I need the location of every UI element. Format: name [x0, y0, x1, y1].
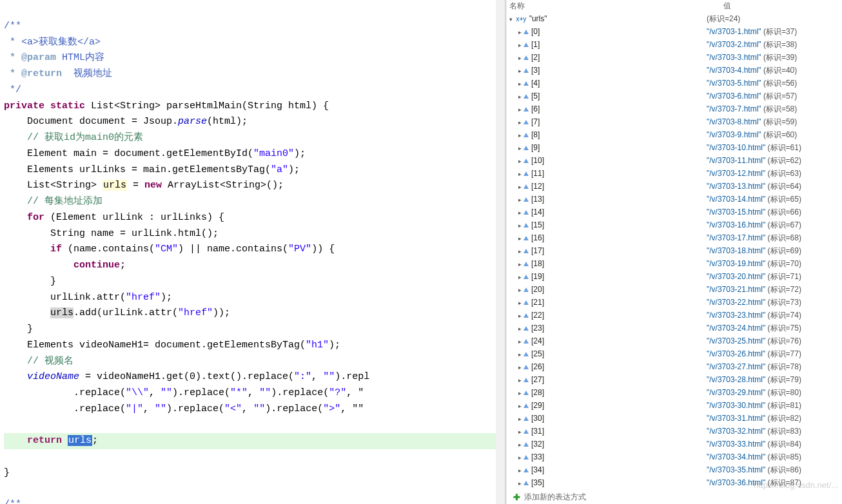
caret-right-icon[interactable] [516, 300, 524, 306]
caret-right-icon[interactable] [516, 42, 524, 48]
caret-right-icon[interactable] [516, 209, 524, 216]
watch-item[interactable]: [22]"/v/3703-23.html" (标识=74) [507, 309, 842, 322]
watch-item[interactable]: [18]"/v/3703-19.html" (标识=70) [507, 257, 842, 270]
caret-right-icon[interactable] [516, 29, 524, 35]
item-index: [4] [531, 79, 540, 88]
item-value: "/v/3703-7.html" (标识=58) [707, 104, 842, 115]
item-value: "/v/3703-21.html" (标识=72) [707, 284, 842, 295]
item-index: [30] [531, 414, 544, 423]
caret-right-icon[interactable] [516, 287, 524, 293]
code-editor[interactable]: /** * <a>获取集数</a> * @param HTML内容 * @ret… [0, 0, 505, 504]
caret-right-icon[interactable] [516, 145, 524, 151]
watch-item[interactable]: [14]"/v/3703-15.html" (标识=66) [507, 206, 842, 218]
caret-right-icon[interactable] [516, 248, 524, 255]
watch-item[interactable]: [4]"/v/3703-5.html" (标识=56) [507, 77, 842, 90]
item-index: [14] [531, 208, 544, 217]
caret-right-icon[interactable] [516, 132, 524, 139]
item-index: [9] [531, 143, 540, 152]
caret-right-icon[interactable] [516, 158, 524, 164]
watch-item[interactable]: [5]"/v/3703-6.html" (标识=57) [507, 90, 842, 102]
current-exec-line: return urls; [4, 433, 505, 449]
javadoc-param-text: HTML内容 [56, 52, 104, 63]
caret-right-icon[interactable] [516, 93, 524, 100]
caret-right-icon[interactable] [516, 184, 524, 190]
caret-right-icon[interactable] [516, 416, 524, 422]
method-sig: List<String> parseHtmlMain(String html) … [85, 101, 329, 111]
caret-right-icon[interactable] [516, 81, 524, 87]
caret-right-icon[interactable] [516, 441, 524, 448]
watch-item[interactable]: [16]"/v/3703-17.html" (标识=68) [507, 231, 842, 244]
watch-item[interactable]: [17]"/v/3703-18.html" (标识=69) [507, 244, 842, 257]
caret-right-icon[interactable] [516, 403, 524, 409]
item-value: "/v/3703-1.html" (标识=37) [707, 26, 842, 37]
watch-item[interactable]: [25]"/v/3703-26.html" (标识=77) [507, 347, 842, 360]
watch-item[interactable]: [27]"/v/3703-28.html" (标识=79) [507, 373, 842, 386]
selected-var-urls[interactable]: urls [68, 435, 92, 446]
watch-item[interactable]: [33]"/v/3703-34.html" (标识=85) [507, 451, 842, 463]
watch-item[interactable]: [20]"/v/3703-21.html" (标识=72) [507, 283, 842, 296]
caret-right-icon[interactable] [516, 467, 524, 474]
caret-right-icon[interactable] [516, 364, 524, 371]
caret-right-icon[interactable] [516, 222, 524, 229]
add-watch-expression[interactable]: ✚ 添加新的表达方式 [507, 490, 842, 504]
watch-item[interactable]: [7]"/v/3703-8.html" (标识=59) [507, 115, 842, 128]
watch-item[interactable]: [15]"/v/3703-16.html" (标识=67) [507, 218, 842, 231]
watch-item[interactable]: [34]"/v/3703-35.html" (标识=86) [507, 463, 842, 476]
watch-item[interactable]: [3]"/v/3703-4.html" (标识=40) [507, 64, 842, 77]
watch-item[interactable]: [32]"/v/3703-33.html" (标识=84) [507, 438, 842, 451]
value-icon [524, 236, 529, 240]
caret-right-icon[interactable] [516, 454, 524, 461]
watch-item[interactable]: [10]"/v/3703-11.html" (标识=62) [507, 154, 842, 167]
item-value: "/v/3703-35.html" (标识=86) [707, 465, 842, 476]
item-value: "/v/3703-15.html" (标识=66) [707, 207, 842, 218]
watch-root-urls[interactable]: x+y "urls" (标识=24) [507, 12, 842, 25]
caret-down-icon[interactable] [507, 16, 514, 23]
caret-right-icon[interactable] [516, 261, 524, 267]
watch-item[interactable]: [19]"/v/3703-20.html" (标识=71) [507, 270, 842, 283]
item-index: [32] [531, 440, 544, 449]
caret-right-icon[interactable] [516, 325, 524, 332]
watch-item[interactable]: [23]"/v/3703-24.html" (标识=75) [507, 322, 842, 334]
item-value: "/v/3703-9.html" (标识=60) [707, 130, 842, 141]
caret-right-icon[interactable] [516, 106, 524, 113]
watch-item[interactable]: [13]"/v/3703-14.html" (标识=65) [507, 193, 842, 206]
caret-right-icon[interactable] [516, 377, 524, 383]
watch-item[interactable]: [1]"/v/3703-2.html" (标识=38) [507, 38, 842, 51]
watch-item[interactable]: [24]"/v/3703-25.html" (标识=76) [507, 334, 842, 347]
watch-item[interactable]: [35]"/v/3703-36.html" (标识=87) [507, 476, 842, 489]
caret-right-icon[interactable] [516, 390, 524, 396]
watch-item[interactable]: [9]"/v/3703-10.html" (标识=61) [507, 141, 842, 154]
watch-item[interactable]: [2]"/v/3703-3.html" (标识=39) [507, 51, 842, 64]
item-value: "/v/3703-36.html" (标识=87) [707, 478, 842, 489]
caret-right-icon[interactable] [516, 119, 524, 126]
watch-item[interactable]: [31]"/v/3703-32.html" (标识=83) [507, 425, 842, 438]
caret-right-icon[interactable] [516, 274, 524, 280]
watch-item[interactable]: [6]"/v/3703-7.html" (标识=58) [507, 102, 842, 115]
caret-right-icon[interactable] [516, 351, 524, 358]
caret-right-icon[interactable] [516, 313, 524, 319]
watch-item[interactable]: [21]"/v/3703-22.html" (标识=73) [507, 296, 842, 309]
item-value: "/v/3703-28.html" (标识=79) [707, 374, 842, 385]
caret-right-icon[interactable] [516, 171, 524, 177]
debug-tree[interactable]: x+y "urls" (标识=24) [0]"/v/3703-1.html" (… [507, 12, 842, 490]
watch-item[interactable]: [11]"/v/3703-12.html" (标识=63) [507, 167, 842, 180]
col-name[interactable]: 名称 [509, 1, 723, 12]
value-icon [524, 146, 529, 150]
caret-right-icon[interactable] [516, 197, 524, 203]
watch-item[interactable]: [30]"/v/3703-31.html" (标识=82) [507, 412, 842, 425]
col-value[interactable]: 值 [723, 1, 839, 12]
watch-item[interactable]: [28]"/v/3703-29.html" (标识=80) [507, 386, 842, 399]
watch-item[interactable]: [29]"/v/3703-30.html" (标识=81) [507, 399, 842, 412]
editor-scrollbar[interactable] [496, 0, 505, 504]
caret-right-icon[interactable] [516, 235, 524, 242]
value-icon [524, 55, 529, 60]
caret-right-icon[interactable] [516, 480, 524, 487]
caret-right-icon[interactable] [516, 338, 524, 345]
watch-item[interactable]: [0]"/v/3703-1.html" (标识=37) [507, 25, 842, 38]
caret-right-icon[interactable] [516, 55, 524, 61]
watch-item[interactable]: [8]"/v/3703-9.html" (标识=60) [507, 128, 842, 141]
caret-right-icon[interactable] [516, 68, 524, 74]
watch-item[interactable]: [12]"/v/3703-13.html" (标识=64) [507, 180, 842, 193]
watch-item[interactable]: [26]"/v/3703-27.html" (标识=78) [507, 360, 842, 373]
caret-right-icon[interactable] [516, 429, 524, 435]
